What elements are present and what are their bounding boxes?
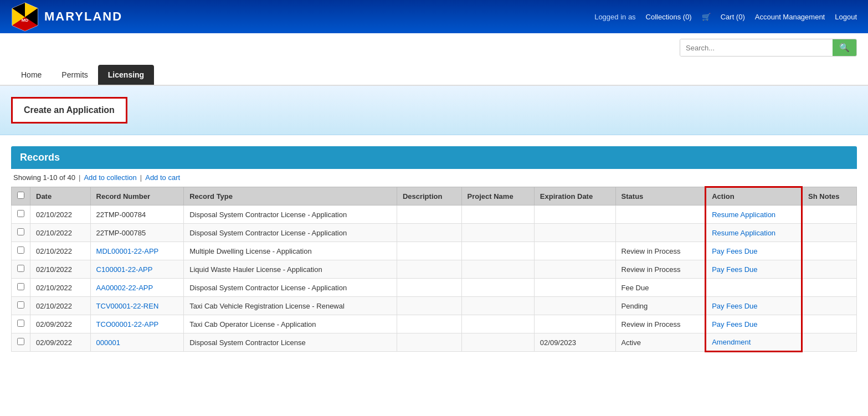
col-date: Date: [30, 187, 91, 206]
row-record-type: Disposal System Contractor License - App…: [184, 206, 397, 224]
row-sh-notes: [802, 224, 857, 242]
row-status: [615, 206, 706, 224]
row-description: [397, 260, 461, 279]
row-checkbox[interactable]: [17, 228, 24, 235]
row-expiration-date: [534, 279, 615, 297]
logout-link[interactable]: Logout: [835, 13, 857, 21]
row-action[interactable]: Amendment: [706, 333, 802, 352]
row-expiration-date: [534, 315, 615, 333]
action-link[interactable]: Resume Application: [712, 229, 775, 237]
row-sh-notes: [802, 333, 857, 352]
tab-licensing[interactable]: Licensing: [98, 65, 154, 85]
row-expiration-date: [534, 260, 615, 279]
table-header-row: Date Record Number Record Type Descripti…: [12, 187, 857, 206]
row-status: Review in Process: [615, 315, 706, 333]
row-checkbox-cell: [12, 333, 30, 352]
record-number-link[interactable]: TCV00001-22-REN: [96, 302, 159, 310]
row-description: [397, 315, 461, 333]
row-record-number[interactable]: 000001: [90, 333, 184, 352]
row-status: [615, 224, 706, 242]
svg-text:MD: MD: [22, 18, 29, 23]
row-description: [397, 297, 461, 315]
record-number-link[interactable]: TCO00001-22-APP: [96, 320, 159, 328]
select-all-checkbox[interactable]: [17, 192, 24, 199]
row-record-type: Taxi Cab Vehicle Registration License - …: [184, 297, 397, 315]
row-checkbox[interactable]: [17, 320, 24, 327]
logged-in-label: Logged in as: [594, 13, 635, 21]
row-sh-notes: [802, 242, 857, 260]
row-description: [397, 206, 461, 224]
row-record-type: Liquid Waste Hauler License - Applicatio…: [184, 260, 397, 279]
account-management-link[interactable]: Account Management: [755, 13, 825, 21]
row-record-number[interactable]: AA00002-22-APP: [90, 279, 184, 297]
record-number-link[interactable]: AA00002-22-APP: [96, 284, 153, 292]
header: MD MARYLAND Logged in as Collections (0)…: [0, 0, 868, 33]
row-action[interactable]: Pay Fees Due: [706, 242, 802, 260]
action-link[interactable]: Pay Fees Due: [712, 320, 757, 328]
row-sh-notes: [802, 206, 857, 224]
record-number-link[interactable]: MDL00001-22-APP: [96, 247, 159, 255]
row-sh-notes: [802, 315, 857, 333]
row-action[interactable]: Pay Fees Due: [706, 297, 802, 315]
row-expiration-date: [534, 224, 615, 242]
cart-link[interactable]: Cart (0): [721, 13, 745, 21]
row-checkbox[interactable]: [17, 283, 24, 290]
row-date: 02/10/2022: [30, 206, 91, 224]
row-project-name: [461, 224, 534, 242]
nav-tabs: Home Permits Licensing: [0, 65, 868, 86]
table-row: 02/10/2022C100001-22-APPLiquid Waste Hau…: [12, 260, 857, 279]
add-to-collection-link[interactable]: Add to collection: [84, 173, 136, 182]
create-application-button[interactable]: Create an Application: [11, 97, 127, 124]
record-number-link[interactable]: 000001: [96, 338, 120, 347]
records-header: Records: [11, 146, 857, 169]
record-number-link[interactable]: C100001-22-APP: [96, 265, 153, 274]
action-link[interactable]: Resume Application: [712, 210, 775, 219]
add-to-cart-link[interactable]: Add to cart: [145, 173, 180, 182]
table-controls: Showing 1-10 of 40 | Add to collection |…: [11, 169, 857, 186]
collections-link[interactable]: Collections (0): [646, 13, 692, 21]
row-checkbox[interactable]: [17, 265, 24, 272]
row-record-type: Disposal System Contractor License - App…: [184, 279, 397, 297]
row-action[interactable]: Pay Fees Due: [706, 315, 802, 333]
col-record-type: Record Type: [184, 187, 397, 206]
row-record-number[interactable]: MDL00001-22-APP: [90, 242, 184, 260]
row-expiration-date: [534, 242, 615, 260]
row-action[interactable]: Resume Application: [706, 224, 802, 242]
records-section: Records Showing 1-10 of 40 | Add to coll…: [0, 146, 868, 352]
row-checkbox[interactable]: [17, 301, 24, 309]
row-status: Pending: [615, 297, 706, 315]
tab-home[interactable]: Home: [11, 65, 52, 85]
search-bar-wrapper: 🔍: [680, 39, 857, 57]
row-checkbox[interactable]: [17, 338, 24, 345]
row-date: 02/10/2022: [30, 242, 91, 260]
row-checkbox[interactable]: [17, 246, 24, 254]
row-description: [397, 333, 461, 352]
row-action[interactable]: Resume Application: [706, 206, 802, 224]
row-project-name: [461, 297, 534, 315]
row-checkbox-cell: [12, 279, 30, 297]
records-table: Date Record Number Record Type Descripti…: [11, 186, 857, 352]
row-record-number[interactable]: TCV00001-22-REN: [90, 297, 184, 315]
row-checkbox[interactable]: [17, 210, 24, 217]
search-input[interactable]: [680, 39, 833, 56]
row-date: 02/10/2022: [30, 279, 91, 297]
tab-permits[interactable]: Permits: [52, 65, 97, 85]
action-link[interactable]: Pay Fees Due: [712, 302, 757, 310]
action-link[interactable]: Pay Fees Due: [712, 247, 757, 255]
logo-area: MD MARYLAND: [11, 2, 122, 32]
row-record-type: Taxi Cab Operator License - Application: [184, 315, 397, 333]
row-checkbox-cell: [12, 224, 30, 242]
row-status: Active: [615, 333, 706, 352]
action-link[interactable]: Pay Fees Due: [712, 265, 757, 274]
row-record-number[interactable]: TCO00001-22-APP: [90, 315, 184, 333]
row-date: 02/09/2022: [30, 333, 91, 352]
row-checkbox-cell: [12, 206, 30, 224]
row-date: 02/09/2022: [30, 315, 91, 333]
row-record-type: Disposal System Contractor License - App…: [184, 224, 397, 242]
action-link[interactable]: Amendment: [712, 338, 751, 346]
search-button[interactable]: 🔍: [833, 39, 856, 56]
row-record-number[interactable]: C100001-22-APP: [90, 260, 184, 279]
row-date: 02/10/2022: [30, 224, 91, 242]
row-project-name: [461, 333, 534, 352]
row-action[interactable]: Pay Fees Due: [706, 260, 802, 279]
